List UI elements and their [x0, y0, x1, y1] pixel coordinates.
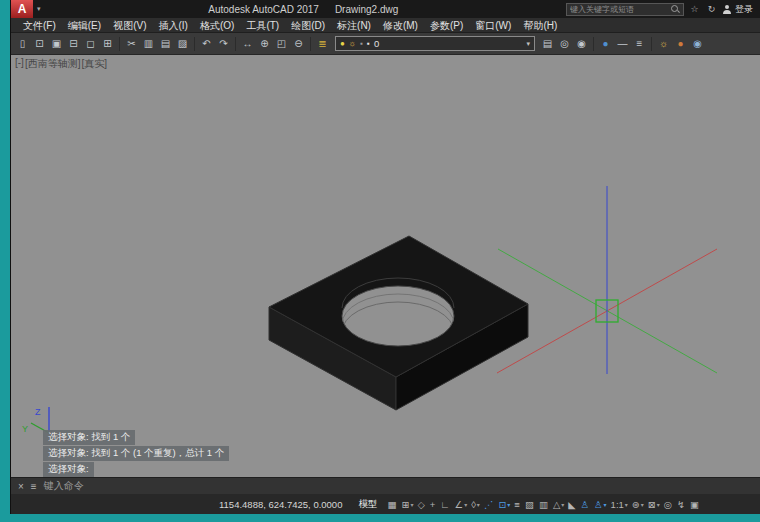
hole[interactable] [342, 286, 454, 346]
autocad-logo[interactable]: A [11, 0, 33, 18]
toolbar-separator [235, 37, 236, 51]
annotation-scale-icon[interactable]: 1:1▾ [609, 499, 630, 510]
window-title: Autodesk AutoCAD 2017Drawing2.dwg [45, 4, 562, 15]
menu-item-insert[interactable]: 插入(I) [152, 18, 193, 33]
search-icon[interactable] [671, 5, 680, 14]
viewport-visualstyle-control[interactable]: [真实] [81, 57, 107, 71]
sun-properties-icon[interactable]: ☼ [655, 36, 672, 52]
status-bar: 1154.4888, 624.7425, 0.0000 模型 ▦ ⊞▾ ◇ + … [11, 494, 760, 514]
menu-item-window[interactable]: 窗口(W) [469, 18, 517, 33]
sync-icon[interactable]: ↻ [705, 4, 718, 14]
close-command-icon[interactable]: × [18, 481, 24, 492]
autoscale-icon[interactable]: ♙▾ [592, 499, 609, 510]
menu-item-edit[interactable]: 编辑(E) [62, 18, 107, 33]
paste-icon[interactable]: ▤ [157, 36, 174, 52]
customize-command-icon[interactable]: ≡ [31, 481, 37, 492]
infer-constraints-icon[interactable]: ◇ [415, 499, 427, 510]
chevron-down-icon[interactable]: ▾ [526, 40, 530, 48]
layer-freeze-sun-icon[interactable]: ☼ [349, 39, 356, 48]
materials-icon[interactable]: ● [672, 36, 689, 52]
help-search-box[interactable]: 键入关键字或短语 [566, 3, 684, 16]
solid-plate-with-hole[interactable] [269, 236, 528, 410]
transparency-icon[interactable]: ▨ [523, 499, 537, 510]
cut-icon[interactable]: ✂ [123, 36, 140, 52]
menu-item-tools[interactable]: 工具(T) [240, 18, 285, 33]
signin-button[interactable]: 登录 [735, 3, 755, 16]
polar-tracking-icon[interactable]: ∠▾ [453, 499, 470, 510]
3d-object-snap-icon[interactable]: △▾ [551, 499, 566, 510]
object-snap-tracking-icon[interactable]: ⋰ [482, 499, 497, 510]
autocad-window: A ▾ Autodesk AutoCAD 2017Drawing2.dwg 键入… [10, 0, 760, 514]
search-placeholder: 键入关键字或短语 [570, 4, 668, 15]
layer-on-bulb-icon[interactable]: ● [340, 39, 345, 48]
color-control-icon[interactable]: ● [597, 36, 614, 52]
publish-icon[interactable]: ⊞ [99, 36, 116, 52]
save-icon[interactable]: ▣ [48, 36, 65, 52]
render-icon[interactable]: ◉ [689, 36, 706, 52]
plot-icon[interactable]: ⊟ [65, 36, 82, 52]
toolbar-separator [194, 37, 195, 51]
command-history-line: 选择对象: [43, 462, 94, 477]
zoom-realtime-icon[interactable]: ⊕ [256, 36, 273, 52]
open-file-icon[interactable]: ⊡ [31, 36, 48, 52]
layer-states-icon[interactable]: ▤ [539, 36, 556, 52]
toolbar-separator [119, 37, 120, 51]
match-properties-icon[interactable]: ▨ [174, 36, 191, 52]
ucs-z-label: Z [35, 407, 41, 417]
ucs-y-label: Y [22, 424, 28, 434]
isolate-objects-icon[interactable]: ◎ [662, 499, 675, 510]
viewport-view-control[interactable]: [西南等轴测] [25, 57, 81, 71]
ortho-mode-icon[interactable]: ∟ [438, 499, 452, 510]
zoom-window-icon[interactable]: ◰ [273, 36, 290, 52]
toolbar-separator [651, 37, 652, 51]
viewport-controls: [-] [西南等轴测] [真实] [15, 57, 107, 71]
app-title: Autodesk AutoCAD 2017 [208, 4, 319, 15]
redo-icon[interactable]: ↷ [215, 36, 232, 52]
layer-lock-icon[interactable]: ▪ [360, 39, 363, 48]
command-history-line: 选择对象: 找到 1 个 [43, 430, 135, 445]
selection-cycling-icon[interactable]: ▥ [537, 499, 551, 510]
dynamic-ucs-icon[interactable]: ◣ [566, 499, 578, 510]
layer-properties-icon[interactable]: ≣ [314, 36, 331, 52]
menu-item-modify[interactable]: 修改(M) [377, 18, 424, 33]
clean-screen-icon[interactable]: ▣ [688, 499, 702, 510]
grid-icon[interactable]: ▦ [385, 499, 399, 510]
lock-ui-icon[interactable]: ⊠▾ [646, 499, 662, 510]
new-file-icon[interactable]: ▯ [14, 36, 31, 52]
menu-item-draw[interactable]: 绘图(D) [285, 18, 331, 33]
workspace-icon[interactable]: ⊛▾ [630, 499, 646, 510]
menu-item-dimension[interactable]: 标注(N) [331, 18, 377, 33]
lineweight-icon-toolbar[interactable]: ≡ [631, 36, 648, 52]
graphics-performance-icon[interactable]: ↯ [675, 499, 688, 510]
command-line-bar[interactable]: × ≡ 键入命令 [11, 477, 760, 494]
command-input[interactable]: 键入命令 [44, 479, 84, 493]
model-space-button[interactable]: 模型 [350, 498, 385, 511]
plot-preview-icon[interactable]: ◻ [82, 36, 99, 52]
pan-icon[interactable]: ↔ [239, 36, 256, 52]
lineweight-icon[interactable]: ≡ [512, 499, 523, 510]
menu-item-view[interactable]: 视图(V) [107, 18, 152, 33]
linetype-icon[interactable]: — [614, 36, 631, 52]
menu-item-help[interactable]: 帮助(H) [517, 18, 563, 33]
menu-bar: 文件(F) 编辑(E) 视图(V) 插入(I) 格式(O) 工具(T) 绘图(D… [11, 18, 760, 33]
zoom-previous-icon[interactable]: ⊖ [290, 36, 307, 52]
object-snap-icon[interactable]: ⊡▾ [496, 499, 512, 510]
layer-isolate-icon[interactable]: ◎ [556, 36, 573, 52]
dynamic-input-icon[interactable]: + [428, 499, 439, 510]
menu-item-format[interactable]: 格式(O) [194, 18, 240, 33]
menu-item-file[interactable]: 文件(F) [17, 18, 62, 33]
annotation-visibility-icon[interactable]: ♙ [579, 499, 593, 510]
drawing-area[interactable]: [-] [西南等轴测] [真实] [11, 55, 760, 477]
layer-unisolate-icon[interactable]: ◉ [573, 36, 590, 52]
undo-icon[interactable]: ↶ [198, 36, 215, 52]
chevron-down-icon[interactable]: ▾ [37, 5, 41, 13]
star-icon[interactable]: ☆ [688, 4, 701, 14]
viewport-menu-control[interactable]: [-] [15, 57, 24, 71]
snap-mode-icon[interactable]: ⊞▾ [399, 499, 415, 510]
person-icon[interactable] [722, 5, 731, 14]
isodraft-icon[interactable]: ◊▾ [469, 499, 482, 510]
menu-item-parametric[interactable]: 参数(P) [424, 18, 469, 33]
copy-icon[interactable]: ▥ [140, 36, 157, 52]
layer-dropdown[interactable]: ● ☼ ▪ ▪ 0 ▾ [335, 36, 535, 51]
coordinates-display[interactable]: 1154.4888, 624.7425, 0.0000 [211, 499, 350, 510]
